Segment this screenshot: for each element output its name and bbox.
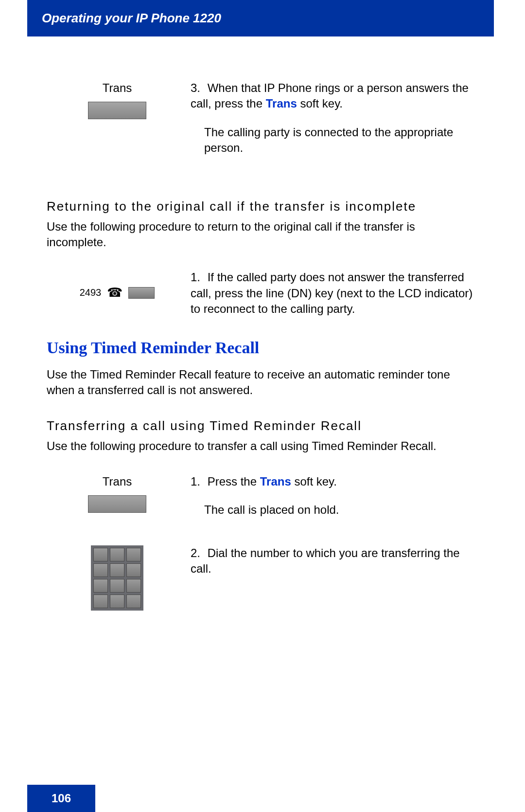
line-key-extension: 2493 <box>80 286 102 299</box>
tr-step2-right: 2. Dial the number to which you are tran… <box>188 545 474 611</box>
step3-right: 3. When that IP Phone rings or a person … <box>188 80 474 169</box>
tr-step-row-1: Trans 1. Press the Trans soft key. The c… <box>47 474 474 531</box>
tr-step1-pre: Press the <box>208 475 260 488</box>
keypad-key <box>110 579 124 593</box>
softkey-button-icon <box>88 102 146 119</box>
tr-step1-number: 1. <box>191 474 204 489</box>
step3-number: 3. <box>191 80 204 96</box>
step3-text-a: 3. When that IP Phone rings or a person … <box>191 80 474 112</box>
line-key-button-icon <box>128 287 155 299</box>
tr-step2-body: Dial the number to which you are transfe… <box>191 546 460 575</box>
tr-step2-left <box>47 545 188 611</box>
page-number: 106 <box>52 792 71 805</box>
line-step-right: 1. If the called party does not answer t… <box>188 270 474 317</box>
tr-step2-number: 2. <box>191 545 204 561</box>
softkey-button-icon-2 <box>88 495 146 513</box>
tr-step1-em: Trans <box>260 475 291 488</box>
step3-text-post: soft key. <box>297 97 343 110</box>
tr-step1-left: Trans <box>47 474 188 531</box>
keypad-key <box>126 595 141 608</box>
tr-step1-post: soft key. <box>291 475 337 488</box>
page-container: Operating your IP Phone 1220 Trans 3. Wh… <box>27 0 494 812</box>
page-footer: 106 <box>27 785 95 812</box>
line-step-row: 2493 ☎ 1. If the called party does not a… <box>47 270 474 317</box>
keypad-key <box>93 563 108 577</box>
line-step-text: 1. If the called party does not answer t… <box>191 270 474 317</box>
subheading-transfer-body: Use the following procedure to transfer … <box>47 438 474 454</box>
keypad-icon <box>91 545 143 611</box>
section-heading-timed: Using Timed Reminder Recall <box>47 337 474 359</box>
keypad-key <box>93 595 108 608</box>
softkey-label: Trans <box>47 80 188 96</box>
line-step-body: If the called party does not answer the … <box>191 271 472 315</box>
subheading-return: Returning to the original call if the tr… <box>47 198 474 215</box>
tr-step1-right: 1. Press the Trans soft key. The call is… <box>188 474 474 531</box>
step-row-3: Trans 3. When that IP Phone rings or a p… <box>47 80 474 169</box>
phone-icon: ☎ <box>107 284 122 301</box>
tr-step2-text: 2. Dial the number to which you are tran… <box>191 545 474 577</box>
step3-text-b: The calling party is connected to the ap… <box>191 125 474 156</box>
keypad-key <box>110 595 124 608</box>
page-header: Operating your IP Phone 1220 <box>27 0 494 36</box>
keypad-key <box>110 548 124 561</box>
tr-step-row-2: 2. Dial the number to which you are tran… <box>47 545 474 611</box>
step3-left: Trans <box>47 80 188 169</box>
subheading-return-body: Use the following procedure to return to… <box>47 219 474 251</box>
line-step-number: 1. <box>191 270 204 285</box>
step3-text-em: Trans <box>266 97 297 110</box>
page-content: Trans 3. When that IP Phone rings or a p… <box>27 36 494 611</box>
keypad-key <box>126 563 141 577</box>
tr-step1-text: 1. Press the Trans soft key. <box>191 474 474 489</box>
line-key-icon: 2493 ☎ <box>47 284 188 301</box>
softkey-label-2: Trans <box>47 474 188 489</box>
keypad-key <box>110 563 124 577</box>
subheading-transfer: Transferring a call using Timed Reminder… <box>47 417 474 434</box>
page-header-title: Operating your IP Phone 1220 <box>42 11 221 25</box>
line-step-left: 2493 ☎ <box>47 270 188 317</box>
keypad-key <box>93 548 108 561</box>
keypad-key <box>126 579 141 593</box>
tr-step1-text-b: The call is placed on hold. <box>191 502 474 518</box>
keypad-key <box>93 579 108 593</box>
keypad-key <box>126 548 141 561</box>
section-body-timed: Use the Timed Reminder Recall feature to… <box>47 367 474 398</box>
